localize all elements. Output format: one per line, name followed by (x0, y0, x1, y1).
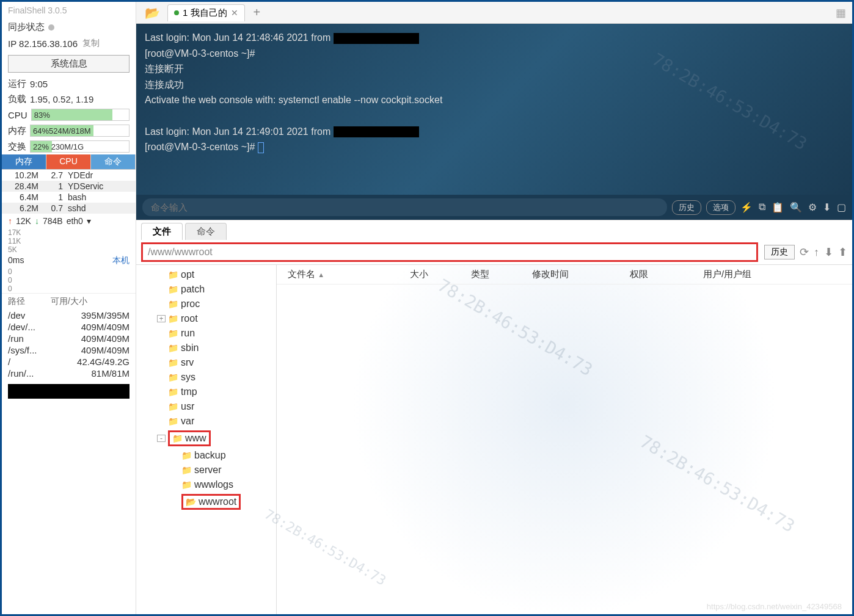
tree-item-run[interactable]: 📁run (136, 326, 276, 341)
options-button[interactable]: 选项 (706, 200, 735, 215)
tree-item-label: root (181, 313, 198, 324)
proc-tab-mem[interactable]: 内存 (2, 154, 46, 169)
tree-item-tmp[interactable]: 📁tmp (136, 385, 276, 399)
redacted-text (334, 33, 419, 44)
tree-expander-icon[interactable]: + (157, 315, 166, 322)
paste-icon[interactable]: 📋 (772, 201, 784, 213)
tree-item-proc[interactable]: 📁proc (136, 297, 276, 311)
history-button[interactable]: 历史 (672, 200, 701, 215)
system-info-button[interactable]: 系统信息 (8, 55, 130, 73)
sync-status-dot (48, 24, 54, 31)
process-row[interactable]: 6.2M0.7sshd (2, 203, 136, 214)
tree-expander-icon (170, 452, 179, 459)
col-filename[interactable]: 文件名 ▲ (283, 269, 405, 280)
tree-item-patch[interactable]: 📁patch (136, 282, 276, 297)
new-tab-button[interactable]: + (247, 5, 267, 20)
ping-host-link[interactable]: 本机 (112, 255, 130, 266)
path-input[interactable]: /www/wwwroot (141, 242, 758, 262)
source-url: https://blog.csdn.net/weixin_42349568 (707, 602, 842, 611)
tree-item-label: patch (181, 284, 205, 295)
disk-header-size: 可用/大小 (51, 296, 87, 307)
folder-icon: 📁 (168, 299, 178, 309)
folder-icon: 📁 (168, 402, 178, 411)
directory-tree: 📁opt📁patch📁proc+📁root📁run📁sbin📁srv📁sys📁t… (136, 265, 277, 614)
proc-tab-cpu[interactable]: CPU (46, 154, 91, 169)
tree-item-label: wwwlogs (194, 479, 233, 490)
lightning-icon[interactable]: ⚡ (740, 201, 753, 213)
refresh-icon[interactable]: ⟳ (800, 245, 809, 259)
tree-expander-icon (170, 481, 179, 488)
disk-row[interactable]: /run/...81M/81M (2, 368, 136, 379)
close-tab-icon[interactable]: ✕ (231, 8, 238, 18)
gear-icon[interactable]: ⚙ (808, 201, 817, 213)
tree-item-www[interactable]: -📁www (136, 429, 276, 448)
process-table: 10.2M2.7YDEdr 28.4M1YDServic 6.4M1bash 6… (2, 170, 136, 214)
process-tabs: 内存 CPU 命令 (2, 154, 136, 170)
process-row[interactable]: 6.4M1bash (2, 192, 136, 203)
folder-icon: 📁 (168, 284, 178, 294)
file-tab-files[interactable]: 文件 (141, 223, 183, 240)
process-row[interactable]: 10.2M2.7YDEdr (2, 170, 136, 181)
sync-label: 同步状态 (8, 21, 45, 33)
process-row[interactable]: 28.4M1YDServic (2, 181, 136, 192)
dropdown-icon[interactable]: ▾ (87, 216, 91, 226)
col-user[interactable]: 用户/用户组 (698, 269, 846, 280)
runtime-label: 运行 (8, 78, 26, 90)
tree-item-usr[interactable]: 📁usr (136, 399, 276, 414)
net-interface[interactable]: eth0 (67, 216, 83, 226)
disk-header-path: 路径 (8, 296, 51, 307)
mem-bar: 64%524M/818M (30, 125, 130, 137)
up-level-icon[interactable]: ↑ (814, 246, 819, 259)
tree-item-root[interactable]: +📁root (136, 311, 276, 326)
upload-file-icon[interactable]: ⬆ (838, 245, 847, 259)
tree-item-wwwroot[interactable]: 📂wwwroot (136, 492, 276, 512)
proc-tab-cmd[interactable]: 命令 (91, 154, 136, 169)
tree-item-srv[interactable]: 📁srv (136, 355, 276, 370)
main-panel: 📂 1 我自己的 ✕ + ▦ Last login: Mon Jun 14 21… (136, 2, 852, 614)
disk-row[interactable]: /dev/...409M/409M (2, 321, 136, 333)
col-type[interactable]: 类型 (466, 269, 527, 280)
col-permission[interactable]: 权限 (625, 269, 698, 280)
tree-expander-icon (157, 359, 166, 366)
col-modified[interactable]: 修改时间 (527, 269, 625, 280)
tree-expander-icon[interactable]: - (157, 435, 166, 442)
tree-item-sbin[interactable]: 📁sbin (136, 341, 276, 355)
terminal[interactable]: Last login: Mon Jun 14 21:48:46 2021 fro… (136, 24, 852, 195)
disk-row[interactable]: /42.4G/49.2G (2, 356, 136, 368)
download-icon[interactable]: ⬇ (823, 201, 831, 213)
command-input-bar: 历史 选项 ⚡ ⧉ 📋 🔍 ⚙ ⬇ ▢ (136, 195, 852, 220)
search-icon[interactable]: 🔍 (790, 201, 802, 213)
open-folder-icon[interactable]: 📂 (140, 5, 165, 20)
disk-row[interactable]: /dev395M/395M (2, 310, 136, 321)
app-title: FinalShell 3.0.5 (2, 2, 136, 19)
download-file-icon[interactable]: ⬇ (824, 245, 833, 259)
disk-row[interactable]: /run409M/409M (2, 333, 136, 344)
tree-item-sys[interactable]: 📁sys (136, 370, 276, 385)
fullscreen-icon[interactable]: ▢ (837, 201, 846, 213)
chart-y-label: 5K (8, 245, 130, 254)
session-tab[interactable]: 1 我自己的 ✕ (167, 4, 245, 21)
disk-list: /dev395M/395M /dev/...409M/409M /run409M… (2, 310, 136, 379)
file-tab-commands[interactable]: 命令 (185, 223, 227, 240)
upload-arrow-icon: ↑ (8, 216, 12, 226)
tree-item-label: www (185, 433, 206, 444)
sidebar: FinalShell 3.0.5 同步状态 IP 82.156.38.106 复… (2, 2, 136, 614)
tree-item-server[interactable]: 📁server (136, 463, 276, 477)
tree-item-var[interactable]: 📁var (136, 414, 276, 429)
copy-icon[interactable]: ⧉ (759, 201, 765, 213)
folder-icon: 📁 (168, 387, 178, 397)
path-history-button[interactable]: 历史 (764, 245, 795, 259)
tree-item-label: opt (181, 269, 194, 280)
folder-icon: 📁 (168, 416, 178, 426)
copy-ip-link[interactable]: 复制 (82, 38, 100, 49)
layout-grid-icon[interactable]: ▦ (836, 6, 846, 20)
tree-item-label: tmp (181, 386, 197, 397)
tree-expander-icon (170, 466, 179, 474)
ip-address: IP 82.156.38.106 (8, 38, 78, 49)
col-size[interactable]: 大小 (405, 269, 466, 280)
tree-item-backup[interactable]: 📁backup (136, 448, 276, 463)
tree-item-opt[interactable]: 📁opt (136, 267, 276, 282)
disk-row[interactable]: /sys/f...409M/409M (2, 344, 136, 356)
tree-item-wwwlogs[interactable]: 📁wwwlogs (136, 477, 276, 492)
command-input[interactable] (142, 198, 667, 216)
